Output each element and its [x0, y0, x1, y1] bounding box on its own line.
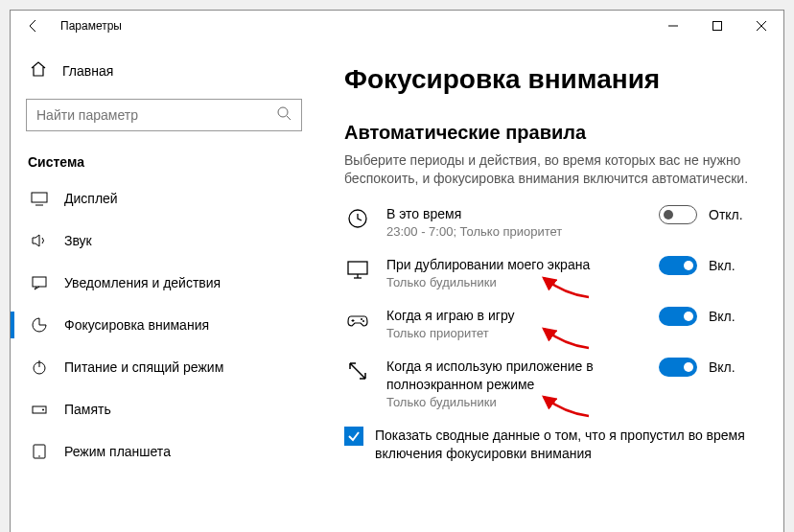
- svg-line-3: [287, 116, 291, 120]
- rule-fullscreen[interactable]: Когда я использую приложение в полноэкра…: [344, 358, 764, 408]
- rule-subtitle: 23:00 - 7:00; Только приоритет: [386, 224, 643, 239]
- rule-subtitle: Только будильники: [386, 275, 643, 289]
- body: Главная Система Дисплей Звук: [11, 41, 783, 532]
- sidebar-section-header: Система: [26, 154, 302, 170]
- minimize-button[interactable]: [651, 11, 695, 41]
- toggle-state: Вкл.: [709, 309, 736, 324]
- focus-icon: [30, 316, 49, 334]
- rule-toggle[interactable]: [659, 205, 697, 224]
- toggle-state: Вкл.: [709, 359, 736, 375]
- svg-point-10: [42, 409, 44, 411]
- search-input[interactable]: [36, 107, 276, 123]
- section-header: Автоматические правила: [344, 122, 764, 144]
- back-button[interactable]: [26, 18, 57, 34]
- power-icon: [30, 359, 49, 376]
- main-content: Фокусировка внимания Автоматические прав…: [317, 41, 783, 532]
- sidebar-item-notifications[interactable]: Уведомления и действия: [26, 262, 302, 304]
- rule-title: При дублировании моего экрана: [386, 256, 597, 273]
- sidebar-item-sound[interactable]: Звук: [26, 220, 302, 262]
- window-title: Параметры: [60, 19, 122, 33]
- home-icon: [30, 60, 47, 81]
- sound-icon: [30, 232, 49, 249]
- sidebar-item-display[interactable]: Дисплей: [26, 177, 302, 220]
- storage-icon: [30, 401, 49, 418]
- svg-point-19: [361, 318, 362, 320]
- sidebar-item-focus-assist[interactable]: Фокусировка внимания: [26, 304, 302, 346]
- notifications-icon: [30, 274, 49, 291]
- svg-point-12: [38, 455, 40, 457]
- rule-title: Когда я играю в игру: [386, 307, 597, 324]
- toggle-state: Вкл.: [709, 258, 736, 273]
- rule-title: Когда я использую приложение в полноэкра…: [386, 358, 597, 392]
- rule-title: В это время: [386, 205, 597, 222]
- sidebar-nav: Дисплей Звук Уведомления и действия Фоку…: [26, 177, 302, 473]
- monitor-icon: [344, 256, 371, 281]
- sidebar-item-power[interactable]: Питание и спящий режим: [26, 346, 302, 388]
- sidebar-home[interactable]: Главная: [26, 53, 302, 89]
- rule-gaming[interactable]: Когда я играю в игру Только приоритет Вк…: [344, 307, 764, 340]
- settings-window: Параметры Главная: [10, 10, 784, 532]
- summary-checkbox-label: Показать сводные данные о том, что я про…: [375, 427, 764, 463]
- sidebar-item-label: Режим планшета: [64, 444, 171, 459]
- sidebar-item-tablet[interactable]: Режим планшета: [26, 430, 302, 473]
- rule-subtitle: Только будильники: [386, 395, 643, 409]
- maximize-button[interactable]: [695, 11, 739, 41]
- tablet-icon: [30, 443, 49, 460]
- summary-checkbox-row[interactable]: Показать сводные данные о том, что я про…: [344, 427, 764, 463]
- fullscreen-icon: [344, 358, 371, 382]
- sidebar-item-label: Уведомления и действия: [64, 275, 221, 290]
- sidebar-item-storage[interactable]: Память: [26, 388, 302, 430]
- svg-rect-4: [32, 193, 47, 202]
- rule-toggle[interactable]: [659, 307, 697, 326]
- svg-rect-14: [348, 262, 367, 274]
- sidebar-item-label: Фокусировка внимания: [64, 317, 209, 333]
- svg-point-2: [278, 107, 288, 117]
- rule-duplicate-display[interactable]: При дублировании моего экрана Только буд…: [344, 256, 764, 289]
- display-icon: [30, 190, 49, 207]
- close-button[interactable]: [739, 11, 783, 41]
- svg-rect-1: [713, 22, 722, 31]
- page-title: Фокусировка внимания: [344, 64, 764, 95]
- rule-subtitle: Только приоритет: [386, 326, 643, 340]
- sidebar-item-label: Память: [64, 402, 111, 417]
- sidebar-home-label: Главная: [62, 63, 113, 79]
- sidebar-item-label: Дисплей: [64, 191, 118, 206]
- summary-checkbox[interactable]: [344, 427, 363, 446]
- rule-toggle[interactable]: [659, 256, 697, 275]
- sidebar: Главная Система Дисплей Звук: [11, 41, 317, 532]
- window-controls: [651, 11, 783, 41]
- titlebar: Параметры: [11, 11, 783, 41]
- section-description: Выберите периоды и действия, во время ко…: [344, 151, 764, 188]
- rule-time[interactable]: В это время 23:00 - 7:00; Только приорит…: [344, 205, 764, 239]
- clock-icon: [344, 205, 371, 230]
- rule-toggle[interactable]: [659, 358, 697, 377]
- search-icon: [276, 105, 292, 125]
- gamepad-icon: [344, 307, 371, 332]
- svg-rect-6: [33, 277, 46, 287]
- svg-point-20: [362, 320, 364, 322]
- toggle-state: Откл.: [709, 207, 743, 222]
- search-input-wrapper[interactable]: [26, 99, 302, 131]
- sidebar-item-label: Питание и спящий режим: [64, 359, 223, 375]
- sidebar-item-label: Звук: [64, 233, 92, 248]
